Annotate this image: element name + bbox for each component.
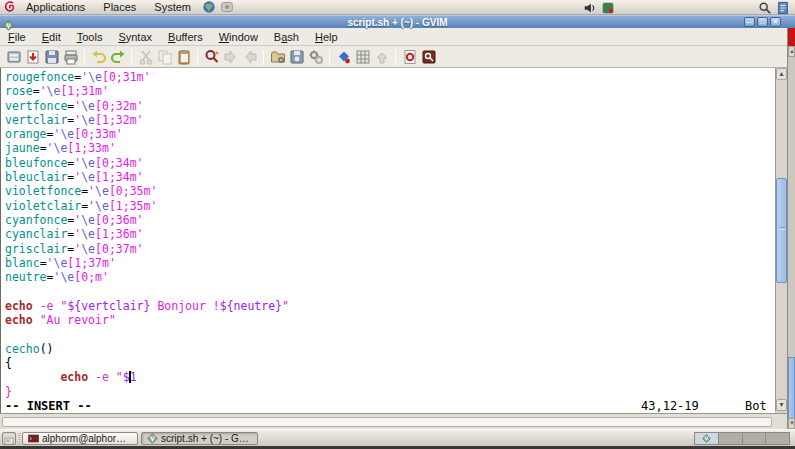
scroll-down-arrow[interactable]: ▼ (776, 399, 787, 411)
open-file-button[interactable] (4, 47, 23, 66)
taskbar-handle (18, 433, 21, 444)
find-replace-button[interactable] (202, 47, 221, 66)
code-line (5, 327, 775, 341)
panel-corner-icons (756, 0, 792, 15)
paste-button[interactable] (174, 47, 193, 66)
workspace-1[interactable] (694, 432, 719, 445)
code-line: violetclair='\e[1;35m' (5, 199, 775, 213)
panel-menu-places[interactable]: Places (94, 0, 145, 15)
menu-buffers[interactable]: Buffers (160, 28, 211, 46)
updates-icon[interactable] (601, 1, 615, 15)
debian-logo-icon[interactable] (3, 0, 17, 14)
toolbar-separator (329, 49, 330, 65)
scroll-up-arrow[interactable]: ▲ (776, 68, 787, 80)
load-session-button[interactable] (268, 47, 287, 66)
code-line: rougefonce='\e[0;31m' (5, 70, 775, 84)
find-prev-button (240, 47, 259, 66)
taskbar-button-gvim[interactable]: script.sh + (~) - GVIM (141, 432, 258, 445)
save-button[interactable] (23, 47, 42, 66)
build-tags-button[interactable] (353, 47, 372, 66)
help-button[interactable] (400, 47, 419, 66)
menu-bash[interactable]: Bash (266, 28, 307, 46)
bottom-taskbar: alphorm@alphormhos...script.sh + (~) - G… (0, 429, 795, 446)
code-line: echo -e "$1 (5, 370, 775, 384)
workspace-3[interactable] (742, 432, 767, 445)
print-button[interactable] (61, 47, 80, 66)
code-line: echo "Au revoir" (5, 313, 775, 327)
toolbar-separator (197, 49, 198, 65)
toolbar (0, 46, 787, 68)
window-controls: —□✕ (744, 17, 781, 27)
code-line: rose='\e[1;31m' (5, 84, 775, 98)
taskbar-button-label: script.sh + (~) - GVIM (161, 433, 252, 444)
workspace-switcher (695, 432, 790, 445)
menu-window[interactable]: Window (211, 28, 266, 46)
code-line: cyanfonce='\e[0;36m' (5, 213, 775, 227)
code-line: blanc='\e[1;37m' (5, 256, 775, 270)
menu-syntax[interactable]: Syntax (110, 28, 160, 46)
menu-help[interactable]: Help (307, 28, 346, 46)
code-line: jaune='\e[1;33m' (5, 141, 775, 155)
panel-menu-applications[interactable]: Applications (17, 0, 94, 15)
code-line: { (5, 356, 775, 370)
code-line: neutre='\e[0;m' (5, 270, 775, 284)
cut-button (136, 47, 155, 66)
menu-tools[interactable]: Tools (69, 28, 111, 46)
run-script-button[interactable] (306, 47, 325, 66)
undo-button[interactable] (89, 47, 108, 66)
minimize-button[interactable]: — (744, 17, 755, 27)
scroll-position-indicator: Bot (745, 399, 767, 413)
code-line: bleuclair='\e[1;34m' (5, 170, 775, 184)
code-line: bleufonce='\e[0;34m' (5, 156, 775, 170)
text-area[interactable]: rougefonce='\e[0;31m'rose='\e[1;31m'vert… (0, 68, 775, 399)
close-button[interactable]: ✕ (770, 17, 781, 27)
status-line: -- INSERT -- 43,12-19 Bot (0, 399, 775, 413)
launcher-icon[interactable] (220, 0, 234, 14)
toolbar-separator (131, 49, 132, 65)
code-line: vertclair='\e[1;32m' (5, 113, 775, 127)
redo-button[interactable] (108, 47, 127, 66)
panel-menu-system[interactable]: System (145, 0, 200, 15)
panel-status-icons (581, 0, 617, 15)
save-session-button[interactable] (287, 47, 306, 66)
editor-horizontal-scrollbar[interactable] (0, 413, 787, 429)
menubar: FileEditToolsSyntaxBuffersWindowBashHelp (0, 28, 787, 46)
toolbar-separator (395, 49, 396, 65)
desktop: ApplicationsPlacesSystem script.sh + (~)… (0, 0, 795, 449)
notes-icon[interactable] (776, 1, 790, 15)
jump-to-tag-button (372, 47, 391, 66)
hscroll-track[interactable] (2, 417, 772, 427)
code-line: cecho() (5, 342, 775, 356)
scrollbar-thumb[interactable] (776, 178, 787, 283)
terminal-icon (28, 433, 39, 444)
show-desktop-button[interactable] (2, 432, 16, 445)
find-next-button (221, 47, 240, 66)
code-line (5, 284, 775, 298)
volume-icon[interactable] (583, 1, 597, 15)
find-in-help-button[interactable] (419, 47, 438, 66)
viewer-scrollbar-thumb[interactable] (788, 357, 795, 419)
code-line: orange='\e[0;33m' (5, 127, 775, 141)
workspace-4[interactable] (765, 432, 790, 445)
viewer-vertical-scrollbar[interactable]: ▲ ▼ (787, 28, 795, 429)
viewer-scroll-down-arrow[interactable]: ▼ (788, 418, 795, 429)
magnifier-icon[interactable] (758, 1, 772, 15)
taskbar-button-terminal[interactable]: alphorm@alphormhos... (22, 432, 138, 445)
browser-icon[interactable] (202, 0, 216, 14)
viewer-scroll-up-arrow[interactable]: ▲ (788, 46, 795, 57)
menu-edit[interactable]: Edit (34, 28, 69, 46)
make-button[interactable] (334, 47, 353, 66)
viewer-scrollbar-top-marker (788, 28, 795, 46)
vim-icon (147, 433, 158, 444)
code-line: } (5, 385, 775, 399)
mode-message: -- INSERT -- (5, 399, 92, 413)
editor-vertical-scrollbar[interactable]: ▲ ▼ (775, 68, 787, 411)
window-titlebar[interactable]: script.sh + (~) - GVIM —□✕ (0, 15, 795, 28)
maximize-button[interactable]: □ (757, 17, 768, 27)
workspace-2[interactable] (718, 432, 743, 445)
toolbar-separator (263, 49, 264, 65)
toolbar-separator (84, 49, 85, 65)
save-all-button[interactable] (42, 47, 61, 66)
code-line: cyanclair='\e[1;36m' (5, 227, 775, 241)
ruler-position: 43,12-19 (641, 399, 699, 413)
